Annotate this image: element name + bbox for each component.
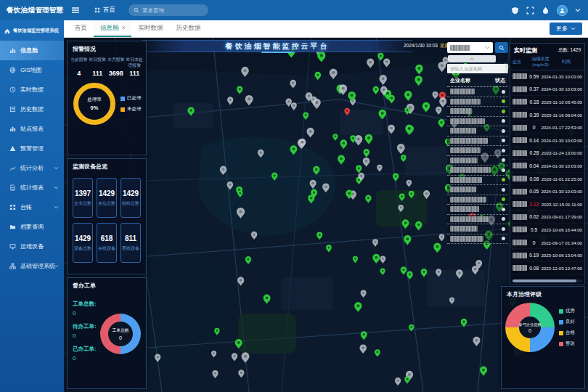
realtime-row[interactable]: 02024-01-17 22:53:00	[510, 121, 584, 134]
realtime-row[interactable]: 0.192023-10-06 13:04:00	[510, 249, 584, 262]
realtime-row[interactable]: 0.082023-12-03 12:47:00	[510, 262, 584, 275]
sidebar-item-预警管理[interactable]: 预警管理	[0, 139, 64, 158]
sidebar-item-统计报表[interactable]: 统计报表	[0, 178, 64, 197]
blurred-company-name	[450, 197, 486, 203]
sidebar-item-label: 实时数据	[20, 86, 44, 94]
fullscreen-icon[interactable]	[526, 7, 534, 15]
device-stat-value: 618	[101, 234, 113, 242]
reading-time: 2024-01-30 10:03:00	[541, 74, 582, 79]
realtime-total: 总数: 1429	[558, 47, 581, 54]
sidebar-item-运维设备[interactable]: 运维设备	[0, 237, 64, 256]
company-select[interactable]	[447, 42, 493, 53]
realtime-row[interactable]: 0.592024-01-30 10:03:00	[510, 70, 584, 83]
blurred-company-name	[450, 108, 472, 114]
company-name-input[interactable]	[450, 66, 505, 71]
map-date: 2024/1/30 10:03	[404, 43, 438, 49]
company-list-header: 企业名称 状态	[447, 75, 508, 87]
company-list-item[interactable]	[447, 224, 508, 234]
menu-search[interactable]	[128, 4, 208, 16]
company-list-item[interactable]	[447, 234, 508, 245]
blurred-company-name	[513, 265, 527, 271]
company-name-field[interactable]	[447, 64, 508, 73]
company-list-item[interactable]	[447, 87, 508, 97]
company-list-item[interactable]	[447, 195, 508, 205]
scrollbar-thumb[interactable]	[513, 279, 576, 282]
concentration-value: 0.5	[527, 227, 541, 232]
sidebar-section-header[interactable]: 餐饮油烟监控管理系统	[0, 20, 64, 41]
rating-body: 参与企业总数 0 优秀良好合格整改	[502, 301, 584, 352]
company-list-item[interactable]	[447, 107, 508, 117]
sidebar-item-档案查询[interactable]: 档案查询	[0, 217, 64, 237]
company-list-item[interactable]	[447, 146, 508, 156]
realtime-column-headers: 企业 油烟浓度 (mg/m3) 时间	[510, 56, 584, 70]
breadcrumb[interactable]: 首页	[94, 6, 115, 15]
company-list-item[interactable]	[447, 176, 508, 186]
chevron-down-icon[interactable]	[575, 8, 581, 12]
status-dot-online	[502, 197, 505, 201]
sidebar-item-信息舱[interactable]: 信息舱	[0, 41, 64, 60]
realtime-row[interactable]: 0.042024-01-30 10:03:00	[510, 160, 584, 173]
realtime-row[interactable]: 0.082023-11-01 22:25:00	[510, 173, 584, 186]
realtime-row[interactable]: 0.022023-09-01 17:39:00	[510, 211, 584, 224]
company-search-row	[447, 42, 508, 53]
more-button[interactable]: 更多	[550, 23, 582, 35]
concentration-value: 0	[527, 125, 541, 130]
company-list-item[interactable]	[447, 166, 508, 176]
blurred-company-name	[513, 253, 527, 258]
device-icon	[9, 243, 16, 250]
shield-icon[interactable]	[511, 7, 519, 15]
realtime-row[interactable]: 0.52023-10-06 16:44:00	[510, 224, 584, 237]
device-stat-label: 企业总数	[74, 200, 91, 207]
tab-list: 首页信息舱×实时数据历史数据	[68, 20, 207, 37]
alarm-stat: 本月报警3698	[107, 57, 126, 77]
tab-历史数据[interactable]: 历史数据	[169, 20, 207, 37]
company-list-item[interactable]	[447, 117, 508, 127]
realtime-row[interactable]: 0.372024-01-30 10:03:00	[510, 83, 584, 97]
realtime-concentration-header: 油烟浓度 (mg/m3)	[531, 57, 550, 68]
tab-实时数据[interactable]: 实时数据	[131, 20, 169, 37]
sidebar-item-基础管理系统[interactable]: 基础管理系统	[0, 256, 64, 276]
hamburger-menu-icon[interactable]	[71, 7, 80, 14]
avatar[interactable]	[557, 5, 568, 16]
collapse-button[interactable]	[448, 55, 496, 62]
status-dot-offline	[502, 237, 505, 240]
realtime-row[interactable]: 0.282023-11-24 13:00:00	[510, 147, 584, 160]
sidebar-item-统计分析[interactable]: 统计分析	[0, 158, 64, 178]
status-dot-offline	[502, 129, 505, 133]
company-list-item[interactable]	[447, 126, 508, 136]
company-list-item[interactable]	[447, 136, 508, 147]
company-list-item[interactable]	[447, 215, 508, 225]
realtime-row[interactable]: 02022-09-17 01:34:00	[510, 237, 584, 250]
tab-close-icon[interactable]: ×	[122, 25, 126, 31]
realtime-row[interactable]: 0.182023-11-10 03:45:00	[510, 96, 584, 109]
tab-首页[interactable]: 首页	[68, 20, 94, 37]
realtime-row[interactable]: 0.142024-01-30 10:03:00	[510, 134, 584, 147]
clock-icon	[9, 86, 16, 93]
company-list-item[interactable]	[447, 156, 508, 166]
sidebar-item-GIS地图[interactable]: GIS地图	[0, 60, 64, 80]
reading-time: 2023-11-10 03:45:00	[542, 99, 582, 105]
sidebar-item-台账[interactable]: 台账	[0, 197, 64, 217]
sidebar-item-历史数据[interactable]: 历史数据	[0, 99, 64, 119]
realtime-row[interactable]: 2.222023-12-15 01:11:00	[510, 198, 584, 211]
tab-信息舱[interactable]: 信息舱×	[94, 20, 131, 37]
sidebar-items: 信息舱GIS地图实时数据历史数据站点报表预警管理统计分析统计报表台账档案查询运维…	[0, 41, 64, 276]
device-panel: 监测设备总览 1397企业总数1429点位总数1429机组总数1429设备总数6…	[67, 158, 147, 274]
sidebar-item-站点报表[interactable]: 站点报表	[0, 119, 64, 139]
legend-label: 良好	[565, 319, 575, 325]
company-list-item[interactable]	[447, 185, 508, 195]
device-stat-value: 1397	[75, 189, 91, 197]
blurred-company-name	[450, 138, 488, 144]
sidebar-item-实时数据[interactable]: 实时数据	[0, 80, 64, 99]
menu-search-input[interactable]	[142, 7, 200, 14]
reading-time: 2023-12-03 12:47:00	[541, 266, 582, 271]
reading-time: 2023-09-01 17:39:00	[541, 214, 582, 219]
company-list-item[interactable]	[447, 205, 508, 215]
company-search-button[interactable]	[495, 42, 508, 53]
realtime-row[interactable]: 0.392023-11-16 08:04:00	[510, 109, 584, 122]
sidebar-item-label: GIS地图	[20, 66, 42, 74]
flame-icon[interactable]	[542, 7, 550, 15]
company-list-item[interactable]	[447, 97, 508, 107]
realtime-row[interactable]: 0.052024-01-30 10:03:00	[510, 185, 584, 198]
status-dot-online	[502, 110, 505, 113]
